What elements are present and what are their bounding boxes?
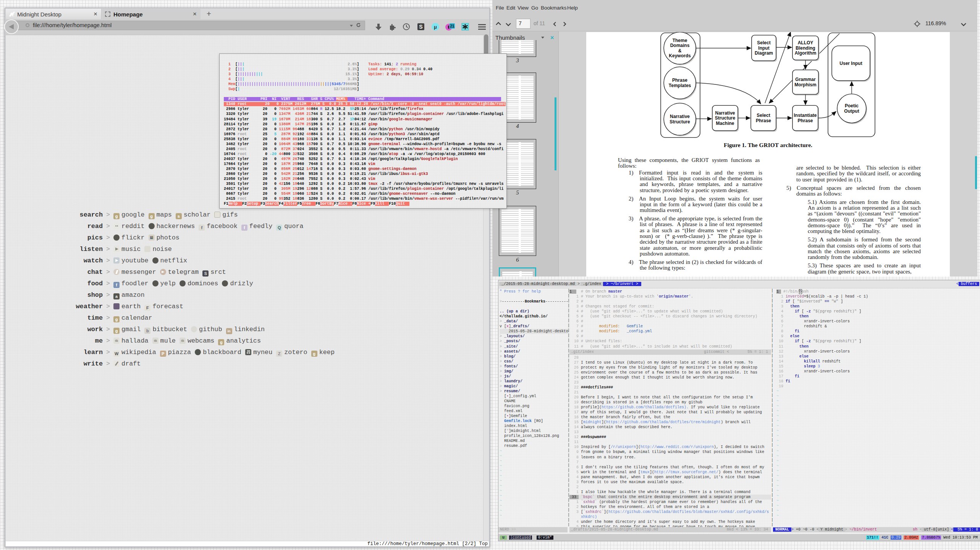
svg-text:ALLOYBlendingAlgorithm: ALLOYBlendingAlgorithm xyxy=(795,40,817,56)
svg-text:SelectPhrase: SelectPhrase xyxy=(756,113,771,123)
svg-text:NarrativeStructureMachine: NarrativeStructureMachine xyxy=(715,110,736,126)
svg-text:GrammarMorphism: GrammarMorphism xyxy=(794,77,816,87)
svg-text:21: 21 xyxy=(450,24,454,28)
svg-text:μ: μ xyxy=(434,24,437,30)
svg-text:NarrativeStructure: NarrativeStructure xyxy=(670,114,690,125)
svg-text:PoeticOutput: PoeticOutput xyxy=(844,103,859,114)
svg-text:S: S xyxy=(419,24,422,30)
svg-text:User Input: User Input xyxy=(839,61,862,66)
